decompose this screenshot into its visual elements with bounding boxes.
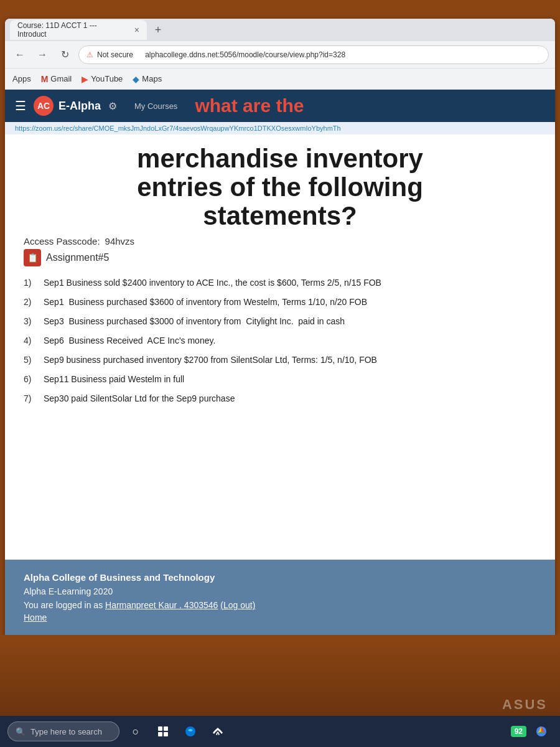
heading-line3: entries of the following — [24, 173, 536, 202]
logout-link[interactable]: (Log out) — [220, 600, 255, 610]
passcode-label: Access Passcode: — [24, 236, 100, 247]
security-icon: ⚠ — [86, 50, 93, 59]
svg-rect-2 — [158, 732, 162, 736]
zoom-banner: https://zoom.us/rec/share/CMOE_mksJmJndo… — [5, 122, 555, 134]
item-number: 3) — [24, 315, 36, 328]
main-content: merchandise inventory entries of the fol… — [5, 134, 555, 560]
list-item: 6) Sep11 Business paid Westelm in full — [24, 373, 536, 386]
active-tab[interactable]: Course: 11D ACCT 1 --- Introduct × — [10, 20, 147, 40]
logo-circle: AC — [34, 96, 54, 116]
edge-browser-icon[interactable] — [179, 720, 202, 743]
item-number: 5) — [24, 354, 36, 367]
item-number: 6) — [24, 373, 36, 386]
assignment-header: 📋 Assignment#5 — [24, 249, 536, 266]
bookmark-apps[interactable]: Apps — [12, 74, 31, 83]
gmail-label: Gmail — [50, 74, 72, 83]
item-number: 4) — [24, 334, 36, 347]
item-number: 2) — [24, 296, 36, 309]
task-view-button[interactable] — [152, 720, 174, 743]
settings-icon[interactable]: ⚙ — [108, 100, 117, 112]
hamburger-menu[interactable]: ☰ — [15, 98, 26, 113]
question-list: 1) Sep1 Business sold $2400 inventory to… — [24, 276, 536, 405]
item-text: Sep1 Business sold $2400 inventory to AC… — [44, 276, 381, 289]
item-text: Sep6 Business Received ACE Inc's money. — [44, 334, 215, 347]
taskbar-right-area: 92 — [511, 720, 553, 743]
list-item: 3) Sep3 Business purchased $3000 of inve… — [24, 315, 536, 328]
asus-logo: ASUS — [502, 697, 548, 713]
my-courses-link[interactable]: My Courses — [129, 99, 182, 113]
youtube-icon: ▶ — [82, 74, 88, 84]
search-placeholder: Type here to search — [30, 727, 102, 736]
separator: | — [138, 50, 140, 59]
tab-title: Course: 11D ACCT 1 --- Introduct — [17, 21, 128, 39]
footer-institution: Alpha College of Business and Technology — [24, 572, 536, 583]
home-link[interactable]: Home — [24, 613, 536, 622]
item-number: 7) — [24, 392, 36, 405]
item-text: Sep1 Business purchased $3600 of invento… — [44, 296, 367, 309]
new-tab-button[interactable]: + — [149, 21, 167, 39]
site-name: E-Alpha — [58, 100, 101, 113]
url-text: alphacollege.ddns.net:5056/moodle/course… — [145, 50, 345, 59]
nav-links: My Courses — [129, 99, 182, 113]
tab-bar: Course: 11D ACCT 1 --- Introduct × + — [5, 19, 555, 41]
bookmark-youtube[interactable]: ▶ YouTube — [82, 74, 123, 84]
bookmark-gmail[interactable]: M Gmail — [41, 74, 72, 84]
item-number: 1) — [24, 276, 36, 289]
battery-badge: 92 — [511, 726, 526, 737]
heading-line2: merchandise inventory — [24, 144, 536, 173]
bookmarks-bar: Apps M Gmail ▶ YouTube ◆ Maps — [5, 68, 555, 90]
logo-area: AC E-Alpha — [34, 96, 101, 116]
assignment-title: Assignment#5 — [46, 252, 109, 263]
taskbar-search[interactable]: 🔍 Type here to search — [7, 721, 119, 741]
search-icon: 🔍 — [16, 727, 26, 736]
apps-label: Apps — [12, 74, 31, 83]
circle-button[interactable]: ○ — [124, 720, 147, 743]
address-bar[interactable]: ⚠ Not secure | alphacollege.ddns.net:505… — [78, 45, 549, 64]
maps-label: Maps — [142, 74, 162, 83]
assignment-icon: 📋 — [24, 249, 41, 266]
list-item: 5) Sep9 business purchased inventory $27… — [24, 354, 536, 367]
main-heading: merchandise inventory entries of the fol… — [24, 144, 536, 231]
login-text: You are logged in as — [24, 600, 105, 610]
footer-login: You are logged in as Harmanpreet Kaur . … — [24, 600, 536, 610]
list-item: 1) Sep1 Business sold $2400 inventory to… — [24, 276, 536, 289]
item-text: Sep11 Business paid Westelm in full — [44, 373, 184, 386]
moodle-header: ☰ AC E-Alpha ⚙ My Courses what are the — [5, 90, 555, 122]
item-text: Sep30 paid SilentSolar Ltd for the Sep9 … — [44, 392, 235, 405]
navigation-bar: ← → ↻ ⚠ Not secure | alphacollege.ddns.n… — [5, 41, 555, 68]
taskbar: 🔍 Type here to search ○ 92 — [0, 716, 560, 747]
passcode-value: 94hvzs — [105, 236, 135, 247]
chrome-icon[interactable] — [530, 720, 553, 743]
forward-button[interactable]: → — [34, 46, 51, 63]
page-content: ☰ AC E-Alpha ⚙ My Courses what are the h… — [5, 90, 555, 635]
bookmark-maps[interactable]: ◆ Maps — [133, 74, 162, 84]
network-icon[interactable] — [207, 720, 229, 743]
refresh-button[interactable]: ↻ — [56, 46, 73, 63]
gmail-icon: M — [41, 74, 49, 84]
svg-rect-1 — [164, 726, 168, 731]
not-secure-label: Not secure — [97, 50, 133, 59]
heading-overlay-header: what are the — [195, 95, 304, 116]
item-text: Sep9 business purchased inventory $2700 … — [44, 354, 377, 367]
heading-line4: statements? — [24, 202, 536, 230]
youtube-label: YouTube — [91, 74, 123, 83]
list-item: 2) Sep1 Business purchased $3600 of inve… — [24, 296, 536, 309]
access-passcode-row: Access Passcode: 94hvzs — [24, 236, 536, 247]
maps-icon: ◆ — [133, 74, 139, 84]
list-item: 4) Sep6 Business Received ACE Inc's mone… — [24, 334, 536, 347]
user-name-link[interactable]: Harmanpreet Kaur . 4303546 — [105, 600, 218, 610]
item-text: Sep3 Business purchased $3000 of invento… — [44, 315, 345, 328]
desk-surface — [0, 635, 560, 716]
svg-rect-0 — [158, 726, 162, 731]
list-item: 7) Sep30 paid SilentSolar Ltd for the Se… — [24, 392, 536, 405]
page-footer: Alpha College of Business and Technology… — [5, 560, 555, 635]
footer-sub: Alpha E-Learning 2020 — [24, 586, 536, 596]
back-button[interactable]: ← — [11, 46, 29, 63]
svg-rect-3 — [164, 732, 168, 736]
tab-close-button[interactable]: × — [134, 25, 139, 35]
